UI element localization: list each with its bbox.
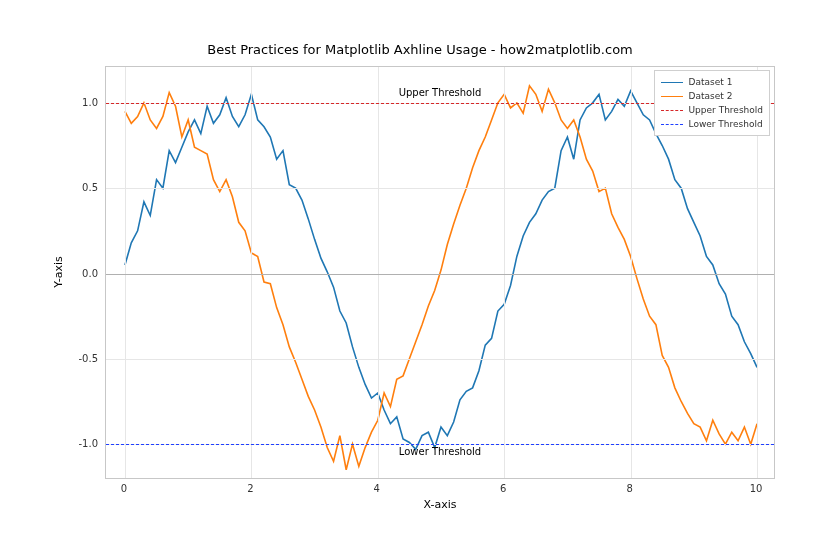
legend-label: Upper Threshold [689, 105, 763, 115]
x-tick-label: 6 [488, 483, 518, 494]
annotation: Upper Threshold [399, 87, 482, 98]
legend-label: Dataset 1 [689, 77, 733, 87]
legend-swatch [661, 110, 683, 111]
legend-label: Dataset 2 [689, 91, 733, 101]
legend: Dataset 1 Dataset 2 Upper Threshold Lowe… [654, 70, 770, 136]
legend-item-lower: Lower Threshold [661, 117, 763, 131]
legend-label: Lower Threshold [689, 119, 763, 129]
y-tick-label: 1.0 [58, 96, 98, 107]
chart-title: Best Practices for Matplotlib Axhline Us… [0, 42, 840, 57]
legend-swatch [661, 96, 683, 97]
threshold-line [106, 274, 774, 275]
legend-item-dataset2: Dataset 2 [661, 89, 763, 103]
x-tick-label: 8 [615, 483, 645, 494]
x-tick-label: 2 [235, 483, 265, 494]
y-tick-label: 0.5 [58, 182, 98, 193]
x-tick-label: 4 [362, 483, 392, 494]
x-axis-label: X-axis [424, 498, 457, 511]
legend-swatch [661, 82, 683, 83]
y-tick-label: 0.0 [58, 267, 98, 278]
legend-item-upper: Upper Threshold [661, 103, 763, 117]
y-tick-label: -0.5 [58, 352, 98, 363]
y-tick-label: -1.0 [58, 438, 98, 449]
legend-swatch [661, 124, 683, 125]
x-tick-label: 10 [741, 483, 771, 494]
x-tick-label: 0 [109, 483, 139, 494]
series-line [125, 86, 757, 470]
annotation: Lower Threshold [399, 446, 481, 457]
chart-container: Best Practices for Matplotlib Axhline Us… [0, 0, 840, 560]
legend-item-dataset1: Dataset 1 [661, 75, 763, 89]
